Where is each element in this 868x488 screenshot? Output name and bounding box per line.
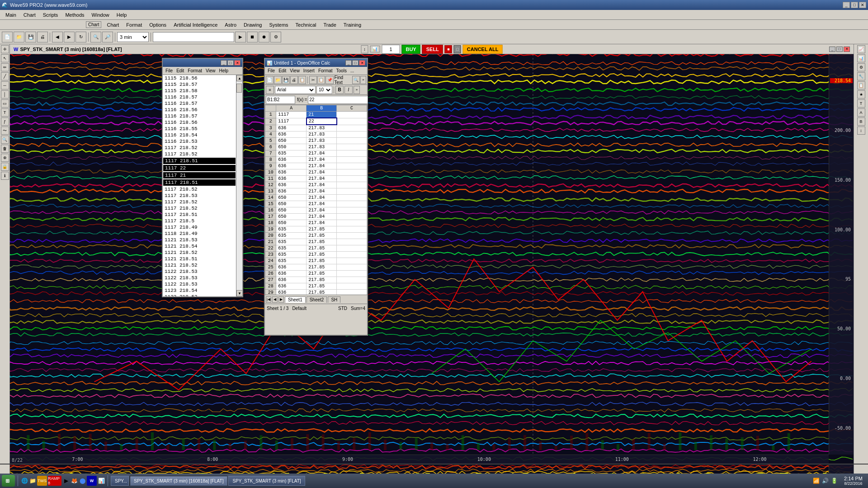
cell-a[interactable]: 636 <box>276 163 307 169</box>
cell-c[interactable] <box>337 163 367 169</box>
ticker-item[interactable]: 1116 218.53 <box>163 138 236 145</box>
toolbar-chart-settings[interactable]: ⚙ <box>270 32 281 42</box>
chart-menu-training[interactable]: Training <box>340 21 365 28</box>
col-header-a[interactable]: A <box>276 105 307 112</box>
cell-b[interactable]: 217.84 <box>307 207 337 214</box>
cell-b[interactable]: 217.85 <box>307 258 337 264</box>
cell-c[interactable] <box>337 144 367 150</box>
right-btn-7[interactable]: T <box>857 99 865 108</box>
right-btn-4[interactable]: 🔧 <box>857 72 865 80</box>
calc-max-btn[interactable]: □ <box>352 60 359 66</box>
toolbar-zoom-in[interactable]: 🔍 <box>90 32 101 42</box>
cell-c[interactable] <box>337 283 367 290</box>
calc-btn-open[interactable]: 📁 <box>274 76 282 84</box>
calc-font-expand[interactable]: » <box>354 86 360 94</box>
menu-help[interactable]: Help <box>113 11 131 19</box>
ticker-item[interactable]: 1117 218.51 <box>163 157 236 164</box>
toolbar-refresh[interactable]: ↻ <box>75 32 86 42</box>
toolbar-back[interactable]: ◀ <box>52 32 63 42</box>
ticker-item[interactable]: 1115 218.57 <box>163 81 236 88</box>
row-header[interactable]: 27 <box>265 277 276 283</box>
cell-c[interactable] <box>337 214 367 220</box>
cell-b[interactable]: 217.84 <box>307 220 337 226</box>
scroll-thumb[interactable] <box>236 84 242 93</box>
cell-b[interactable]: 217.84 <box>307 201 337 207</box>
row-header[interactable]: 10 <box>265 169 276 176</box>
calc-btn-paste[interactable]: 📌 <box>326 76 333 84</box>
timeframe-dropdown[interactable]: 3 min 5 min 15 min 1 day <box>117 32 149 42</box>
ticker-item[interactable]: 1116 218.56 <box>163 107 236 113</box>
sheet-tab-2[interactable]: Sheet2 <box>307 296 327 303</box>
cell-b[interactable]: 217.85 <box>307 277 337 283</box>
ticker-view[interactable]: View <box>204 68 217 74</box>
cell-c[interactable] <box>337 125 367 131</box>
cell-a[interactable]: 650 <box>276 207 307 214</box>
cell-c[interactable] <box>337 150 367 157</box>
ticker-item[interactable]: 1116 218.57 <box>163 94 236 100</box>
calc-btn-print[interactable]: 🖨 <box>290 76 298 84</box>
chart-menu-chart[interactable]: Chart <box>103 21 123 28</box>
cell-c[interactable] <box>337 176 367 182</box>
cell-b[interactable]: 217.84 <box>307 195 337 201</box>
cell-a[interactable]: 636 <box>276 157 307 163</box>
cell-b[interactable]: 217.85 <box>307 264 337 271</box>
ticker-item[interactable]: 1117 218.52 <box>163 199 236 205</box>
cell-b[interactable]: 217.85 <box>307 239 337 245</box>
row-header[interactable]: 11 <box>265 176 276 182</box>
sidebar-line[interactable]: ╱ <box>1 72 9 80</box>
formula-func-btn[interactable]: f(x) <box>297 96 303 104</box>
ramp8-icon[interactable]: RAMP 8 <box>48 476 61 486</box>
cell-c[interactable] <box>337 245 367 252</box>
cell-b[interactable]: 217.84 <box>307 163 337 169</box>
cell-c[interactable] <box>337 138 367 144</box>
chart-menu-astro[interactable]: Astro <box>221 21 240 28</box>
sidebar-fib[interactable]: ƒ <box>1 117 9 126</box>
sidebar-text[interactable]: T <box>1 108 9 117</box>
calc-italic-btn[interactable]: I <box>344 86 353 94</box>
row-header[interactable]: 25 <box>265 264 276 271</box>
calc-bold-btn[interactable]: B <box>335 86 344 94</box>
cell-b[interactable]: 217.84 <box>307 182 337 188</box>
row-header[interactable]: 26 <box>265 271 276 277</box>
cell-a[interactable]: 636 <box>276 131 307 138</box>
chart-restore-btn[interactable]: □ <box>836 47 843 52</box>
ticker-item[interactable]: 1117 21 <box>163 172 236 179</box>
ticker-item[interactable]: 1118 218.49 <box>163 230 236 237</box>
ticker-file[interactable]: File <box>164 68 175 74</box>
ticker-min-btn[interactable]: _ <box>221 60 227 66</box>
close-btn[interactable]: ✕ <box>859 2 866 8</box>
cell-b[interactable]: 217.83 <box>307 125 337 131</box>
calc-btn-new[interactable]: 📄 <box>266 76 274 84</box>
row-header[interactable]: 13 <box>265 188 276 195</box>
cell-b[interactable]: 217.84 <box>307 214 337 220</box>
ticker-item[interactable]: 1115 218.56 <box>163 75 236 81</box>
media-icon[interactable]: ▶ <box>62 477 70 484</box>
cell-a[interactable]: 635 <box>276 258 307 264</box>
ticker-item[interactable]: 1122 218.53 <box>163 275 236 281</box>
folder-icon[interactable]: 📁 <box>29 477 36 484</box>
menu-chart-top[interactable]: Chart <box>20 11 39 19</box>
ticker-item[interactable]: 1116 218.55 <box>163 126 236 132</box>
ticker-format[interactable]: Format <box>186 68 204 74</box>
ticker-scrollbar[interactable]: ▲ ▼ <box>236 75 242 296</box>
menu-main[interactable]: Main <box>2 11 20 19</box>
row-header[interactable]: 9 <box>265 163 276 169</box>
sheet-nav-next[interactable]: ▶ <box>278 296 284 303</box>
cell-b[interactable]: 217.85 <box>307 290 337 295</box>
calc-titlebar[interactable]: 📊 Untitled 1 - OpenOffice Calc _ □ ✕ <box>265 59 367 67</box>
calc-btn-copy[interactable]: 📋 <box>317 76 325 84</box>
row-header[interactable]: 5 <box>265 138 276 144</box>
calc-menu-view[interactable]: View <box>288 68 302 74</box>
ticker-item[interactable]: 1117 218.52 <box>163 205 236 211</box>
ticker-close-btn[interactable]: ✕ <box>234 60 241 66</box>
row-header[interactable]: 3 <box>265 125 276 131</box>
right-btn-5[interactable]: 📋 <box>857 81 865 89</box>
row-header[interactable]: 20 <box>265 233 276 239</box>
chart-menu-options[interactable]: Options <box>146 21 170 28</box>
col-header-c[interactable]: C <box>337 105 367 112</box>
toolbar-save[interactable]: 💾 <box>25 32 36 42</box>
calc-btn-pdf[interactable]: 📋 <box>298 76 306 84</box>
sheet-nav-first[interactable]: |◀ <box>266 296 271 303</box>
cell-a[interactable]: 635 <box>276 252 307 258</box>
ticker-item[interactable]: 1121 218.52 <box>163 262 236 268</box>
